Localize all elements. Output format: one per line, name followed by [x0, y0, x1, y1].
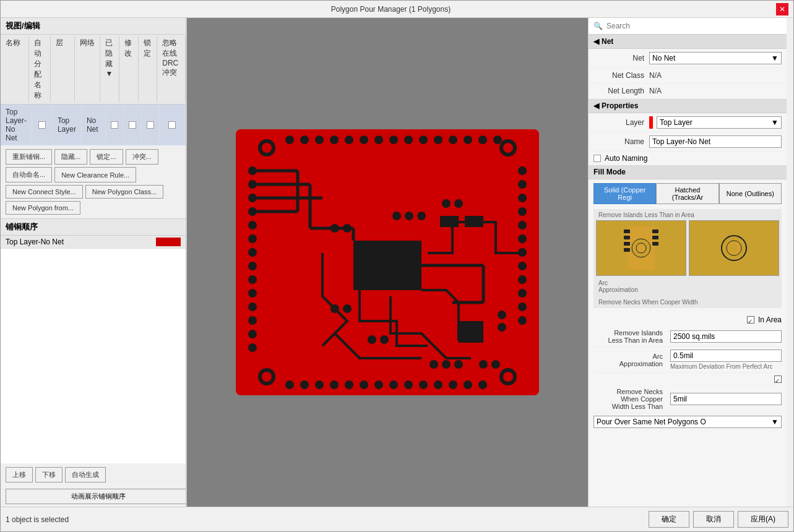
order-item-name: Top Layer-No Net	[6, 238, 156, 246]
new-connect-button[interactable]: New Connect Style...	[6, 185, 83, 199]
svg-rect-47	[464, 135, 472, 144]
center-right: 🔍 ◀ Net Net No Net ▼	[186, 18, 793, 507]
animate-button[interactable]: 动画展示铺铜顺序	[6, 489, 186, 504]
svg-point-81	[343, 224, 352, 233]
svg-rect-17	[248, 275, 257, 284]
search-bar: 🔍	[589, 18, 787, 35]
modify-checkbox[interactable]	[129, 121, 136, 129]
svg-rect-61	[449, 380, 457, 389]
pour-over-dropdown[interactable]: Pour Over Same Net Polygons O ▼	[593, 416, 782, 428]
svg-rect-35	[285, 135, 294, 144]
svg-rect-57	[389, 380, 398, 389]
properties-section-header[interactable]: ◀ Properties	[589, 99, 787, 113]
svg-rect-33	[518, 302, 527, 311]
auto-generate-button[interactable]: 自动生成	[65, 467, 106, 483]
conflict-button[interactable]: 冲突...	[126, 149, 158, 165]
remove-necks-input[interactable]	[670, 393, 782, 405]
svg-rect-16	[248, 262, 257, 270]
svg-rect-42	[389, 135, 398, 144]
move-up-button[interactable]: 上移	[6, 467, 33, 483]
none-fill-button[interactable]: None (Outlines)	[719, 183, 782, 204]
hatched-fill-button[interactable]: Hatched (Tracks/Ar	[656, 183, 718, 204]
left-split: 视图/编辑 名称 自动分配名称 层 网络 已隐藏 ▼ 修改 锁定 忽略在线DRC…	[1, 18, 186, 507]
net-class-label: Net Class	[593, 71, 649, 80]
remove-islands-preview-label: Remove Islands Less Than in Area	[596, 210, 697, 220]
lock-button[interactable]: 锁定...	[90, 149, 123, 165]
new-polygon-from-button[interactable]: New Polygon from...	[6, 201, 80, 215]
auto-naming-checkbox[interactable]	[593, 155, 601, 162]
solid-fill-button[interactable]: Solid (Copper Regi	[593, 183, 656, 204]
svg-rect-12	[248, 207, 257, 216]
svg-point-2	[262, 143, 272, 153]
svg-rect-45	[434, 135, 442, 144]
table-row[interactable]: Top Layer-No Net Top Layer No Net	[1, 105, 186, 145]
new-polygon-class-button[interactable]: New Polygon Class...	[85, 185, 164, 199]
remove-necks-checkbox[interactable]: ✓	[774, 375, 782, 383]
action-buttons: 重新铺铜... 隐藏... 锁定... 冲突... 自动命名... New Cl…	[1, 145, 186, 219]
in-area-checkbox[interactable]: ✓	[747, 316, 754, 324]
table-section: 视图/编辑 名称 自动分配名称 层 网络 已隐藏 ▼ 修改 锁定 忽略在线DRC…	[1, 18, 186, 145]
svg-rect-18	[248, 289, 257, 298]
name-input[interactable]	[649, 135, 782, 148]
remove-islands-input[interactable]	[670, 330, 782, 343]
svg-rect-78	[459, 321, 471, 343]
auto-name-button[interactable]: 自动命名...	[6, 167, 52, 182]
net-label: Net	[593, 54, 649, 62]
svg-rect-100	[624, 230, 630, 233]
fill-mode-header[interactable]: Fill Mode	[589, 165, 787, 179]
svg-rect-11	[248, 194, 257, 202]
svg-rect-102	[624, 242, 630, 246]
new-clearance-button[interactable]: New Clearance Rule...	[54, 167, 136, 182]
properties-section: ◀ Properties Layer Top Layer ▼	[589, 99, 787, 165]
move-down-button[interactable]: 下移	[35, 467, 63, 483]
repour-button[interactable]: 重新铺铜...	[6, 149, 52, 165]
svg-point-85	[442, 199, 451, 208]
svg-rect-40	[360, 135, 368, 144]
ignore-drc-checkbox[interactable]	[168, 121, 176, 129]
svg-rect-58	[404, 380, 413, 389]
main-content: 视图/编辑 名称 自动分配名称 层 网络 已隐藏 ▼ 修改 锁定 忽略在线DRC…	[1, 18, 793, 507]
svg-rect-23	[518, 166, 527, 175]
close-button[interactable]: ✕	[776, 3, 788, 15]
preview-svg-1	[623, 223, 660, 273]
arc-approx-input[interactable]	[670, 350, 782, 362]
in-area-label: In Area	[758, 315, 782, 324]
window-title: Polygon Pour Manager (1 Polygons)	[6, 5, 776, 14]
pour-over-row: Pour Over Same Net Polygons O ▼	[593, 413, 782, 431]
layer-dropdown[interactable]: Top Layer ▼	[657, 116, 782, 129]
fill-mode-label: Fill Mode	[593, 168, 626, 176]
search-input[interactable]	[606, 22, 782, 30]
order-item[interactable]: Top Layer-No Net	[1, 236, 186, 249]
hidden-checkbox[interactable]	[111, 121, 118, 129]
net-length-label: Net Length	[593, 87, 649, 95]
auto-name-checkbox[interactable]	[38, 121, 46, 129]
net-section-label: Net	[602, 37, 613, 46]
svg-rect-62	[464, 380, 472, 389]
net-length-value: N/A	[649, 87, 782, 95]
svg-rect-63	[478, 380, 487, 389]
net-dropdown[interactable]: No Net ▼	[649, 52, 782, 64]
svg-rect-21	[248, 330, 257, 338]
svg-rect-41	[374, 135, 383, 144]
cancel-button[interactable]: 取消	[693, 511, 734, 528]
apply-button[interactable]: 应用(A)	[738, 511, 788, 528]
col-header-net: 网络	[75, 36, 100, 102]
svg-rect-24	[518, 180, 527, 189]
svg-rect-38	[330, 135, 339, 144]
pcb-canvas	[236, 129, 539, 395]
net-section-header[interactable]: ◀ Net	[589, 35, 787, 49]
hide-button[interactable]: 隐藏...	[54, 149, 87, 165]
net-section: ◀ Net Net No Net ▼ Net Class N/A	[589, 35, 787, 99]
svg-rect-59	[419, 380, 428, 389]
svg-point-112	[730, 244, 738, 252]
lock-checkbox[interactable]	[147, 121, 154, 129]
fill-mode-content: Solid (Copper Regi Hatched (Tracks/Ar No…	[589, 179, 787, 434]
col-header-name: 名称	[1, 36, 29, 102]
preview-svg-2	[715, 223, 753, 273]
pour-over-value: Pour Over Same Net Polygons O	[597, 418, 706, 426]
svg-rect-10	[248, 180, 257, 189]
svg-rect-55	[360, 380, 368, 389]
svg-point-87	[330, 304, 339, 313]
confirm-button[interactable]: 确定	[649, 511, 689, 528]
svg-rect-31	[518, 275, 527, 284]
